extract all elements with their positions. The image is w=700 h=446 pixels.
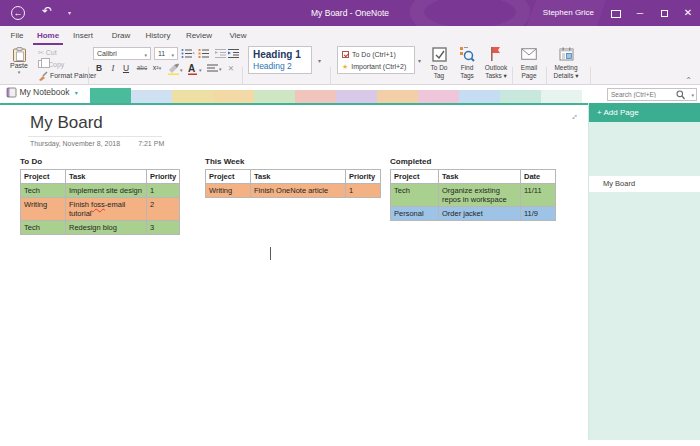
notebook-selector[interactable]: My Notebook ▾ [6,87,78,98]
minimize-button[interactable]: ─ [628,0,652,26]
time-text: 7:21 PM [138,140,164,147]
underline-button[interactable]: U [121,63,131,73]
paragraph-align-button[interactable]: ▾ [206,63,222,74]
board-caption[interactable]: To Do [20,157,180,166]
section-tab[interactable] [459,90,500,103]
search-box[interactable]: ▾ [607,88,697,101]
date-text: Thursday, November 8, 2018 [30,140,120,147]
bold-button[interactable]: B [93,63,105,73]
font-color-button[interactable]: A ▾ [186,63,202,75]
tab-view[interactable]: View [224,26,252,45]
superscript-button[interactable]: x²▾ [151,64,163,71]
notebook-icon [6,87,17,98]
section-tab[interactable] [131,90,172,103]
copy-button[interactable]: Copy [38,60,64,68]
meeting-details-button[interactable]: MeetingDetails ▾ [550,46,582,79]
styles-gallery-caret[interactable]: ▾ [318,57,321,64]
paste-icon [12,47,27,62]
maximize-button[interactable] [652,0,676,26]
clear-formatting-button[interactable]: ✕ [226,64,236,73]
table-header-row: Project Task Priority [21,170,180,184]
section-tab[interactable] [213,90,254,103]
search-input[interactable] [611,89,675,100]
tab-home[interactable]: Home [33,26,63,45]
email-page-button[interactable]: EmailPage [516,46,542,79]
navigation-bar: My Notebook ▾ ▾ [0,85,700,103]
tab-file[interactable]: File [4,26,30,45]
tag-todo[interactable]: To Do (Ctrl+1) [342,49,410,61]
outlook-tasks-button[interactable]: OutlookTasks ▾ [482,46,510,79]
titlebar: ← ↶ ▾ My Board - OneNote Stephen Grice ─… [0,0,700,26]
increase-indent-icon [227,48,240,59]
style-heading1[interactable]: Heading 1 [253,49,307,61]
font-name-select[interactable]: Calibri▾ [93,47,151,60]
section-tab[interactable] [336,90,377,103]
notebook-name: My Notebook [19,87,69,97]
decrease-indent-button[interactable] [214,48,228,60]
svg-text:▾: ▾ [199,67,202,73]
onenote-window: ← ↶ ▾ My Board - OneNote Stephen Grice ─… [0,0,700,446]
style-heading2[interactable]: Heading 2 [253,61,307,72]
find-tags-button[interactable]: FindTags [454,46,480,79]
tab-draw[interactable]: Draw [106,26,136,45]
table-row[interactable]: Personal Order jacket 11/9 [391,207,556,221]
tags-gallery-caret[interactable]: ▾ [418,57,421,64]
section-tab[interactable] [418,90,459,103]
notebook-caret[interactable]: ▾ [75,90,78,96]
calendar-icon [559,47,574,61]
section-tab[interactable] [500,90,541,103]
highlight-button[interactable]: ▾ [167,63,183,75]
increase-indent-button[interactable] [227,48,241,60]
section-tab[interactable] [295,90,336,103]
expand-page-icon[interactable]: ↔ [567,109,580,122]
tab-review[interactable]: Review [182,26,216,45]
user-name[interactable]: Stephen Grice [543,0,594,26]
page-date: Thursday, November 8, 20187:21 PM [30,140,182,147]
paste-caret[interactable]: ▾ [6,69,32,75]
board-todo: To Do Project Task Priority Tech Impleme… [20,157,180,235]
this-week-table[interactable]: Project Task Priority Writing Finish One… [205,169,381,198]
outlook-tasks-icon [489,46,503,62]
search-scope-caret[interactable]: ▾ [691,92,694,98]
text-cursor [270,247,271,260]
table-row[interactable]: Writing Finish foss-email tutorial 2 [21,198,180,221]
cut-button[interactable]: ✂ Cut [38,49,57,57]
page-list-item[interactable]: My Board [589,176,700,192]
font-size-select[interactable]: 11▾ [154,47,178,60]
section-tab[interactable] [90,88,131,103]
page-title[interactable]: My Board [30,113,103,133]
completed-table[interactable]: Project Task Date Tech Organize existing… [390,169,556,221]
tags-gallery[interactable]: To Do (Ctrl+1) ★Important (Ctrl+2) [337,46,415,74]
display-settings-icon[interactable] [604,0,628,26]
table-row[interactable]: Tech Redesign blog 3 [21,221,180,235]
table-row[interactable]: Tech Implement site design 1 [21,184,180,198]
bullets-button[interactable] [181,48,195,60]
todo-tag-button[interactable]: To DoTag [426,46,452,79]
section-tab[interactable] [541,90,582,103]
paste-button[interactable]: Paste ▾ [6,47,32,75]
tab-insert[interactable]: Insert [68,26,98,45]
page-canvas[interactable]: ↔ My Board Thursday, November 8, 20187:2… [0,105,588,446]
board-caption[interactable]: This Week [205,157,381,166]
table-row[interactable]: Writing Finish OneNote article 1 [206,184,381,198]
strikethrough-button[interactable]: abc [134,64,150,71]
styles-gallery[interactable]: Heading 1 Heading 2 [248,46,312,74]
misspelled-word: foss [91,200,105,209]
ribbon-content: Paste ▾ ✂ Cut Copy Format Painter Clipbo… [0,45,700,85]
todo-table[interactable]: Project Task Priority Tech Implement sit… [20,169,180,235]
tab-history[interactable]: History [140,26,176,45]
italic-button[interactable]: I [108,63,118,73]
copy-icon [38,60,45,68]
numbering-button[interactable] [198,48,212,60]
add-page-button[interactable]: + Add Page [589,103,700,122]
paragraph-align-icon: ▾ [206,63,222,74]
ribbon-tabs: File Home Insert Draw History Review Vie… [0,26,700,45]
table-row[interactable]: Tech Organize existing repos in workspac… [391,184,556,207]
board-caption[interactable]: Completed [390,157,556,166]
close-button[interactable]: ✕ [676,0,700,26]
collapse-ribbon-button[interactable]: ⌃ [685,76,692,85]
section-tab[interactable] [377,90,418,103]
section-tab[interactable] [172,90,213,103]
tag-important[interactable]: ★Important (Ctrl+2) [342,61,410,73]
section-tab[interactable] [254,90,295,103]
